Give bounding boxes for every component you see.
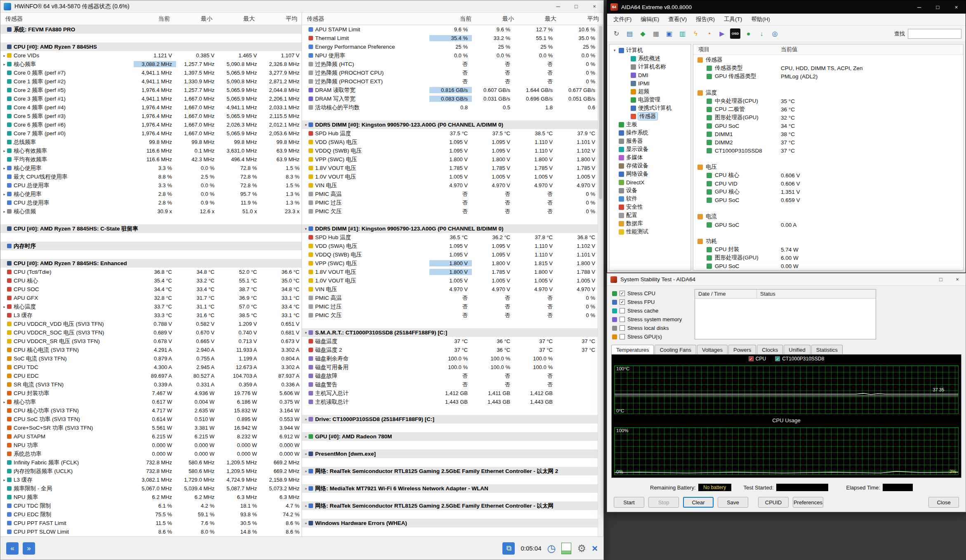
minimize-button[interactable]: ─ [549, 0, 567, 12]
stress-gpu-checkbox[interactable] [620, 334, 625, 339]
arrows-right-icon[interactable]: » [23, 542, 35, 555]
tree-item-ipmi[interactable]: IPMI [610, 79, 690, 87]
settings-gear-icon[interactable]: ⚙ [577, 544, 586, 553]
tree-item-os[interactable]: 操作系统 [610, 129, 690, 137]
collapse-icon[interactable]: ▾ [613, 48, 617, 52]
column-header-current[interactable]: 当前 [433, 15, 476, 23]
content-group-row[interactable]: 电流 [693, 212, 963, 221]
sensor-row[interactable]: ▸L3 缓存3,082.1 MHz1,729.0 MHz4,724.9 MHz2… [0, 475, 302, 484]
sensor-row[interactable]: Core 7 频率 (perf #0)1,976.4 MHz1,667.0 MH… [0, 129, 302, 138]
tree-item-network[interactable]: 网络设备 [610, 170, 690, 178]
sensor-row[interactable]: NPU 频率6.2 MHz6.2 MHz6.3 MHz6.3 MHz [0, 493, 302, 501]
aida64-titlebar[interactable]: 64 AIDA64 Extreme v8.00.8000 ─ □ × [607, 0, 966, 14]
content-item-row[interactable]: 传感器类型CPU, HDD, DIMM TS, ACPI, Zen [693, 64, 963, 72]
sensor-row[interactable]: CPU 核心35.4 °C33.2 °C55.1 °C35.0 °C [0, 276, 302, 285]
sensor-row[interactable]: CPU 核心功率 (SVI3 TFN)4.717 W2.635 W15.832 … [0, 406, 302, 415]
expand-icon[interactable]: » [303, 452, 309, 456]
content-item-row[interactable]: GPU SoC0.659 V [693, 196, 963, 204]
sensor-row[interactable]: VPP (SWC) 电压1.800 V1.800 V1.815 V1.800 V [302, 259, 603, 268]
stability-titlebar[interactable]: System Stability Test - AIDA64 □ × [607, 273, 966, 286]
sensor-row[interactable]: Energy Performance Preference25 %25 %25 … [302, 42, 603, 51]
fps-icon[interactable]: ▶ [717, 28, 727, 39]
report-icon[interactable]: ▤ [624, 28, 635, 39]
sensor-row[interactable]: CPU VDDCR_SR 电压 (SVI3 TFN)0.678 V0.665 V… [0, 337, 302, 346]
content-item-row[interactable]: GPU SoC0.00 W [693, 262, 963, 270]
content-group-row[interactable]: 温度 [693, 89, 963, 97]
content-group-row[interactable]: 功耗 [693, 237, 963, 245]
chart-icon[interactable]: ▥ [677, 28, 688, 39]
sensor-row[interactable]: CPU SoC 功率 (SVI3 TFN)0.614 W0.510 W0.895… [0, 415, 302, 424]
sensor-row[interactable]: CPU TDC4.300 A2.945 A12.673 A3.302 A [0, 363, 302, 372]
collapse-icon[interactable]: ▾ [303, 123, 309, 127]
expand-icon[interactable]: ▸ [2, 166, 7, 170]
sensor-section-row[interactable]: »Windows Hardware Errors (WHEA) [302, 519, 603, 527]
content-group-row[interactable]: 传感器 [693, 56, 963, 64]
tree-item-devices[interactable]: 设备 [610, 186, 690, 195]
gauge-icon[interactable]: ◔ [704, 28, 714, 39]
legend-cpu-checkbox[interactable]: ✓ [749, 356, 754, 361]
tree-item-software[interactable]: 软件 [610, 195, 690, 203]
sensor-row[interactable]: ▸Core VIDs1.121 V0.385 V1.465 V1.107 V [0, 51, 302, 60]
sensor-row[interactable]: 频率限制 - 全局5,067.0 MHz5,039.4 MHz5,087.7 M… [0, 484, 302, 493]
expand-icon[interactable]: » [303, 435, 309, 439]
scrollbar-thumb[interactable] [599, 26, 602, 199]
tree-item-motherboard[interactable]: 主板 [610, 120, 690, 129]
tree-item-storage[interactable]: 存储设备 [610, 162, 690, 170]
tree-item-computer[interactable]: ▾计算机 [610, 46, 690, 54]
sensor-section-row[interactable]: CPU [#0]: AMD Ryzen 7 8845HS: Enhanced [0, 259, 302, 268]
sensor-row[interactable]: CPU SOC34.4 °C33.4 °C38.7 °C34.8 °C [0, 285, 302, 294]
sensor-row[interactable]: 内存控制器频率 (UCLK)732.8 MHz580.6 MHz1,209.5 … [0, 467, 302, 475]
sensor-section-row[interactable]: »PresentMon [dwm.exe] [302, 449, 603, 458]
sensor-row[interactable]: VIN 电压4.970 V4.970 V4.970 V4.970 V [302, 285, 603, 294]
stress-cpu-checkbox[interactable]: ✓ [620, 291, 625, 296]
sensor-row[interactable]: PMIC 欠压否否否0 % [302, 311, 603, 320]
tree-item-display[interactable]: 显示设备 [610, 145, 690, 153]
column-header-maximum[interactable]: 最大 [518, 15, 561, 23]
close-button[interactable]: × [947, 0, 966, 14]
tab-temperatures[interactable]: Temperatures [611, 345, 654, 355]
sensor-row[interactable]: 总线频率99.8 MHz99.8 MHz99.8 MHz99.8 MHz [0, 138, 302, 146]
tab-unified[interactable]: Unified [784, 345, 810, 354]
sensor-row[interactable]: ▸核心功率0.617 W0.004 W6.186 W0.375 W [0, 398, 302, 406]
sensor-row[interactable]: ▸核心使用率2.8 %0.0 %95.7 %1.3 % [0, 190, 302, 198]
sensor-row[interactable]: 过热降频 (HTC)否否否0 % [302, 60, 603, 68]
tree-item-security[interactable]: 安全性 [610, 203, 690, 211]
arrows-left-icon[interactable]: « [6, 542, 19, 555]
sensor-row[interactable]: 1.8V VOUT 电压1.785 V1.785 V1.785 V1.785 V [302, 164, 603, 172]
expand-icon[interactable]: » [303, 504, 309, 508]
sensor-row[interactable]: NPU 功率0.000 W0.000 W0.000 W0.000 W [0, 441, 302, 449]
sensor-row[interactable]: PMIC 过压否否否0 % [302, 198, 603, 207]
expand-icon[interactable]: ▸ [2, 478, 7, 482]
content-item-row[interactable]: CPU VID0.606 V [693, 179, 963, 188]
sensor-row[interactable]: PMIC 高温否否否0 % [302, 190, 603, 198]
sensor-row[interactable]: Core 3 频率 (perf #1)4,941.1 MHz1,667.0 MH… [0, 94, 302, 103]
sensor-row[interactable]: 主机读取总计1,443 GB1,443 GB1,443 GB [302, 398, 603, 406]
sensor-row[interactable]: 磁盘可用备用100.0 %100.0 %100.0 % [302, 363, 603, 372]
content-item-row[interactable]: GPU 核心1.351 V [693, 188, 963, 196]
sensor-row[interactable]: 系统总功率0.000 W0.000 W0.000 W0.000 W [0, 449, 302, 458]
expand-icon[interactable]: ▸ [2, 209, 7, 214]
sensor-row[interactable]: CPU EDC89.697 A80.527 A104.703 A87.937 A [0, 372, 302, 380]
sensor-row[interactable]: 主机写入总计1,412 GB1,411 GB1,412 GB [302, 389, 603, 398]
column-header-minimum[interactable]: 最小 [174, 15, 217, 23]
hwinfo-titlebar[interactable]: HWiNFO® 64 v8.34-5870 传感器状态 (0.6%) ─ □ × [0, 0, 603, 13]
content-item-row[interactable]: 图形处理器(GPU)32 °C [693, 113, 963, 122]
sensor-section-row[interactable]: CPU [#0]: AMD Ryzen 7 8845HS: C-State 驻留… [0, 224, 302, 233]
scrollbar[interactable] [598, 25, 603, 536]
table-header-status[interactable]: Status [757, 291, 775, 297]
tree-item-server[interactable]: 服务器 [610, 137, 690, 145]
sensor-row[interactable]: CPU (Tctl/Tdie)36.8 °C34.8 °C52.0 °C36.6… [0, 268, 302, 276]
sensor-row[interactable]: APU STAPM Limit9.6 %9.6 %12.7 %10.6 % [302, 25, 603, 34]
menu-v[interactable]: 查看(V) [664, 14, 691, 25]
menu-e[interactable]: 编辑(E) [636, 14, 664, 25]
sensor-row[interactable]: 磁盘故障否否否 [302, 372, 603, 380]
sensor-row[interactable]: VDDQ (SWB) 电压1.095 V1.095 V1.110 V1.102 … [302, 146, 603, 155]
sensor-row[interactable]: 磁盘警告否否否 [302, 380, 603, 389]
sensor-row[interactable]: VIN 电压4.970 V4.970 V4.970 V4.970 V [302, 181, 603, 190]
sensor-row[interactable]: Core 2 频率 (perf #5)1,976.4 MHz1,257.7 MH… [0, 86, 302, 94]
tree-item-database[interactable]: 数据库 [610, 219, 690, 228]
menu-f[interactable]: 文件(F) [609, 14, 636, 25]
sensor-section-row[interactable]: »GPU [#0]: AMD Radeon 780M [302, 432, 603, 441]
sensor-panel-icon[interactable]: ● [743, 28, 754, 39]
content-item-row[interactable]: 中央处理器(CPU)35 °C [693, 97, 963, 105]
